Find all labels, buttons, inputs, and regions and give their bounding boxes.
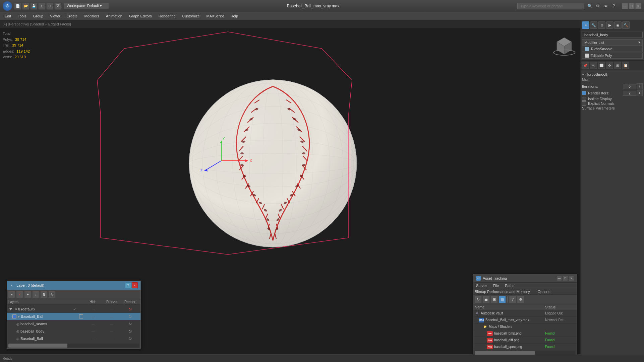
layer-seams-hide: —: [84, 322, 102, 326]
menu-views[interactable]: Views: [47, 13, 63, 19]
at-maximize-button[interactable]: □: [563, 276, 568, 281]
at-list-button[interactable]: ☰: [482, 296, 490, 303]
layers-select-button[interactable]: ↓: [32, 291, 40, 298]
help-icon[interactable]: ?: [610, 3, 617, 9]
render-frame-button[interactable]: 🖼: [54, 2, 62, 10]
layer-baseball-ball-checkbox[interactable]: [79, 314, 83, 318]
ts-collapse-button[interactable]: −: [582, 72, 584, 76]
minimize-button[interactable]: —: [622, 3, 628, 9]
layers-menu-button[interactable]: ≡: [8, 291, 15, 298]
ts-render-iters-checkbox[interactable]: [582, 91, 586, 95]
maximize-button[interactable]: □: [629, 3, 635, 9]
cursor-button[interactable]: ↖: [590, 62, 597, 69]
at-close-button[interactable]: ×: [569, 276, 574, 281]
menu-modifiers[interactable]: Modifiers: [81, 13, 103, 19]
ts-render-iters-input[interactable]: [623, 91, 636, 96]
at-options-button[interactable]: ⚙: [517, 296, 524, 303]
layer-row-seams[interactable]: ◎ baseball_seams — — 🗘: [7, 320, 140, 328]
object-name-field[interactable]: baseball_body: [582, 32, 643, 38]
menu-animation[interactable]: Animation: [103, 13, 126, 19]
layers-help-button[interactable]: ?: [125, 282, 131, 288]
close-button[interactable]: ×: [635, 3, 641, 9]
layers-hide-header: Hide: [84, 300, 102, 304]
ts-isoline-checkbox[interactable]: [582, 97, 586, 101]
modifier-list-header[interactable]: Modifier List ▾: [582, 39, 643, 46]
display-tab[interactable]: ◉: [614, 21, 622, 29]
menu-create[interactable]: Create: [63, 13, 81, 19]
copy-button[interactable]: ⊞: [614, 62, 621, 69]
layers-titlebar-icons: ? ×: [125, 282, 138, 288]
search-icon[interactable]: 🔍: [586, 3, 593, 9]
at-menu-file[interactable]: File: [491, 283, 500, 288]
view-cube[interactable]: [551, 31, 578, 58]
menu-customize[interactable]: Customize: [179, 13, 203, 19]
paste-button[interactable]: 📋: [622, 62, 629, 69]
at-row-spec[interactable]: PNG baseball_spec.png Found: [473, 344, 577, 350]
star-icon[interactable]: ★: [602, 3, 609, 9]
layer-default-freeze-dots: —: [102, 307, 121, 311]
layers-scrollbar[interactable]: [8, 344, 139, 348]
open-button[interactable]: 📂: [22, 2, 30, 10]
at-title: AT Asset Tracking: [476, 276, 507, 281]
pin-button[interactable]: 📌: [582, 62, 589, 69]
app-logo: 3: [3, 1, 12, 11]
right-panel: ✦ 🔧 ⊕ ▶ ◉ 🔨 baseball_body Modifier List …: [580, 20, 644, 354]
statusbar: Ready: [0, 355, 644, 362]
menu-edit[interactable]: Edit: [1, 13, 14, 19]
select-button[interactable]: ⬜: [598, 62, 605, 69]
layers-move-button[interactable]: ⇅: [40, 291, 48, 298]
layers-scrollbar-thumb[interactable]: [8, 344, 67, 348]
at-row-maps[interactable]: 📁 Maps / Shaders: [473, 323, 577, 330]
at-row-diff[interactable]: PNG baseball_diff.png Found: [473, 337, 577, 344]
layers-add-button[interactable]: +: [24, 291, 32, 298]
at-grid-button[interactable]: ⊞: [490, 296, 498, 303]
ts-iterations-input[interactable]: [623, 84, 636, 89]
new-button[interactable]: 📄: [14, 2, 21, 10]
at-row-max-file[interactable]: MAX Baseball_Ball_max_vray.max Network P…: [473, 317, 577, 323]
settings-icon[interactable]: ⚙: [594, 3, 601, 9]
at-refresh-button[interactable]: ↻: [474, 296, 482, 303]
svg-point-91: [189, 80, 357, 247]
menu-graph-editors[interactable]: Graph Editors: [126, 13, 155, 19]
menu-group[interactable]: Group: [30, 13, 47, 19]
layers-delete-button[interactable]: ×: [16, 291, 23, 298]
at-menu-server[interactable]: Server: [475, 283, 488, 288]
at-row-vault[interactable]: ⊕ Autodesk Vault Logged Out: [473, 310, 577, 317]
at-row-bmp[interactable]: PNG baseball_bmp.png Found: [473, 330, 577, 337]
modifier-editable-poly[interactable]: Editable Poly: [582, 53, 643, 59]
move-button[interactable]: ✛: [606, 62, 613, 69]
utilities-tab[interactable]: 🔨: [622, 21, 630, 29]
menu-rendering[interactable]: Rendering: [155, 13, 179, 19]
save-button[interactable]: 💾: [30, 2, 38, 10]
layer-default-check: ✓: [65, 307, 84, 311]
ts-iterations-spinner[interactable]: ⇕: [637, 83, 643, 89]
redo-button[interactable]: ↪: [46, 2, 54, 10]
viewport-label-bar: [+] [Perspective] [Shaded + Edged Faces]: [0, 20, 580, 28]
menu-tools[interactable]: Tools: [14, 13, 30, 19]
at-minimize-button[interactable]: —: [557, 276, 562, 281]
motion-tab[interactable]: ▶: [606, 21, 613, 29]
ts-render-iters-row: Render Iters: ⇕: [582, 90, 643, 96]
at-table-button[interactable]: ▤: [499, 296, 506, 303]
ts-explicit-normals-checkbox[interactable]: [582, 101, 586, 105]
workspace-selector[interactable]: Workspace: Default ▾: [64, 3, 109, 9]
menu-help[interactable]: Help: [227, 13, 242, 19]
modify-tab[interactable]: 🔧: [590, 21, 597, 29]
layers-link-button[interactable]: ⇆: [48, 291, 56, 298]
menu-maxscript[interactable]: MAXScript: [203, 13, 227, 19]
at-help-button[interactable]: ?: [509, 296, 516, 303]
ts-header[interactable]: − TurboSmooth: [582, 72, 643, 77]
at-menu-paths[interactable]: Paths: [504, 283, 516, 288]
layer-row-baseball-ball[interactable]: ● Baseball_Ball — — 🗘: [7, 313, 140, 320]
layer-row-body[interactable]: ◎ baseball_body — — 🗘: [7, 328, 140, 335]
search-input[interactable]: [517, 3, 584, 9]
layer-row-default[interactable]: ❄ 0 (default) ✓ — — 🗘: [7, 305, 140, 313]
hierarchy-tab[interactable]: ⊕: [598, 21, 605, 29]
modifier-turbosmooth[interactable]: TurboSmooth: [582, 46, 643, 52]
undo-button[interactable]: ↩: [38, 2, 46, 10]
layers-close-button[interactable]: ×: [132, 282, 138, 288]
ts-render-iters-spinner[interactable]: ⇕: [637, 90, 643, 96]
layer-row-ball2[interactable]: ◎ Baseball_Ball — — 🗘: [7, 335, 140, 342]
create-tab[interactable]: ✦: [582, 21, 589, 29]
layer-ball2-freeze: —: [102, 337, 121, 341]
